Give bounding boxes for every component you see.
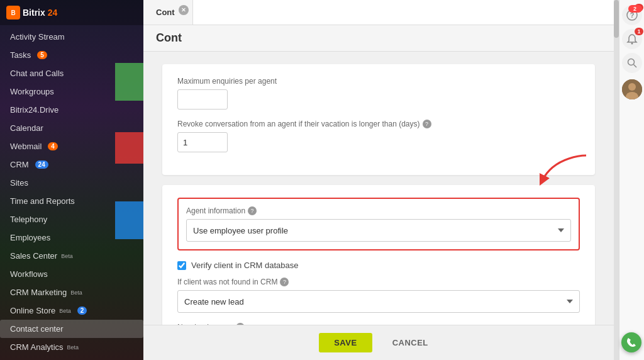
revoke-group: Revoke conversation from an agent if the… <box>177 120 580 152</box>
sidebar-item-time-reports[interactable]: Time and Reports <box>0 192 143 210</box>
notification-button[interactable]: 1 <box>622 29 642 49</box>
max-enquiries-input[interactable] <box>177 89 228 110</box>
sidebar-item-label: Online Store <box>10 306 55 315</box>
sidebar-item-label: Chat and Calls <box>10 69 64 78</box>
sidebar-item-label: Workgroups <box>10 87 54 96</box>
if-not-found-help-icon[interactable]: ? <box>280 278 289 286</box>
tab-bar: Cont ✕ <box>143 0 614 25</box>
lead-source-help-icon[interactable]: ? <box>236 323 245 325</box>
sidebar-item-telephony[interactable]: Telephony <box>0 210 143 228</box>
cancel-button[interactable]: CANCEL <box>382 333 438 352</box>
sidebar-item-paypal[interactable]: PayPal Integration <box>0 356 143 360</box>
svg-point-6 <box>628 83 636 91</box>
sidebar-item-bitrix24-drive[interactable]: Bitrix24.Drive <box>0 101 143 119</box>
settings-card-top: Maximum enquiries per agent Revoke conve… <box>162 64 595 175</box>
sidebar-item-online-store[interactable]: Online Store Beta 2 <box>0 301 143 320</box>
agent-info-dropdown[interactable]: Use employee user profile Use custom pro… <box>186 219 571 242</box>
footer-bar: SAVE CANCEL <box>143 325 614 360</box>
webmail-badge: 4 <box>48 142 58 150</box>
sidebar-item-workgroups[interactable]: Workgroups <box>0 82 143 101</box>
sidebar-item-crm[interactable]: CRM 24 <box>0 155 143 174</box>
avatar-image <box>622 79 642 99</box>
if-not-found-dropdown[interactable]: Create new lead Create new contact Do no… <box>177 290 580 313</box>
sidebar-item-activity-stream[interactable]: Activity Stream <box>0 28 143 46</box>
tab-close-button[interactable]: ✕ <box>179 5 189 15</box>
phone-icon <box>626 337 636 347</box>
sidebar-item-chat-calls[interactable]: Chat and Calls <box>0 64 143 82</box>
sidebar-nav: Activity Stream Tasks 5 Chat and Calls W… <box>0 25 143 360</box>
sidebar-item-label: Bitrix24.Drive <box>10 105 58 115</box>
right-panel: ? 2 1 <box>619 0 644 360</box>
sidebar-item-label: Employees <box>10 233 50 242</box>
notification-badge: 1 <box>635 28 643 35</box>
help-icon: ? <box>626 9 638 21</box>
sidebar-item-calendar[interactable]: Calendar <box>0 119 143 137</box>
user-avatar[interactable] <box>622 79 642 99</box>
sidebar-item-label: Time and Reports <box>10 196 75 206</box>
sidebar-item-label: Sites <box>10 178 28 188</box>
agent-info-help-icon[interactable]: ? <box>248 206 257 215</box>
sidebar-item-label: CRM <box>10 160 29 169</box>
max-enquiries-label: Maximum enquiries per agent <box>177 77 580 86</box>
tasks-badge: 5 <box>37 51 47 59</box>
sidebar: B Bitrix 24 Activity Stream Tasks 5 Chat… <box>0 0 143 360</box>
sidebar-item-label: Calendar <box>10 123 43 133</box>
sidebar-item-label: Workflows <box>10 269 48 279</box>
sidebar-item-employees[interactable]: Employees <box>0 228 143 247</box>
sidebar-item-label: Webmail <box>10 142 42 151</box>
sidebar-item-label: CRM Analytics <box>10 342 64 352</box>
revoke-help-icon[interactable]: ? <box>423 120 431 128</box>
verify-crm-label: Verify client in CRM database <box>191 261 299 270</box>
svg-point-3 <box>628 59 634 65</box>
sidebar-header: B Bitrix 24 <box>0 0 143 25</box>
search-icon <box>626 57 638 69</box>
sidebar-item-sites[interactable]: Sites <box>0 174 143 192</box>
help-badge: 2 <box>635 4 643 11</box>
sidebar-item-label: Contact center <box>10 324 64 334</box>
if-not-found-label: If client was not found in CRM ? <box>177 278 580 286</box>
lead-source-group: New lead source ? Open Channel source Ma… <box>177 323 580 325</box>
tab-label: Cont <box>156 8 175 17</box>
sidebar-item-label: Tasks <box>10 50 31 60</box>
online-store-badge: 2 <box>77 307 87 315</box>
logo-name: Bitrix <box>23 8 45 18</box>
svg-point-2 <box>631 43 633 45</box>
sidebar-item-crm-marketing[interactable]: CRM Marketing Beta <box>0 283 143 301</box>
content-title-bar: Cont <box>143 25 614 52</box>
settings-content: Maximum enquiries per agent Revoke conve… <box>143 52 614 325</box>
verify-crm-checkbox[interactable] <box>177 261 186 270</box>
sidebar-item-contact-center[interactable]: Contact center <box>0 320 143 338</box>
sidebar-item-label: CRM Marketing <box>10 288 67 297</box>
main-area: Cont ✕ Cont Maximum enquiries per agent … <box>143 0 614 360</box>
help-button[interactable]: ? 2 <box>622 5 642 25</box>
notification-icon <box>626 33 638 45</box>
tab-cont[interactable]: Cont ✕ <box>143 0 193 25</box>
phone-fab-button[interactable] <box>621 332 641 352</box>
agent-info-label: Agent information ? <box>186 206 571 215</box>
agent-info-box: Agent information ? Use employee user pr… <box>177 198 580 250</box>
sidebar-item-workflows[interactable]: Workflows <box>0 265 143 283</box>
revoke-input[interactable] <box>177 132 228 152</box>
sidebar-item-label: Telephony <box>10 215 47 224</box>
sidebar-item-label: Activity Stream <box>10 32 65 42</box>
svg-text:?: ? <box>630 11 634 19</box>
svg-line-4 <box>633 65 636 68</box>
logo-icon: B <box>6 6 20 20</box>
sidebar-item-webmail[interactable]: Webmail 4 <box>0 137 143 155</box>
search-button[interactable] <box>622 53 642 73</box>
scrollbar-thumb[interactable] <box>614 0 619 38</box>
sidebar-item-tasks[interactable]: Tasks 5 <box>0 46 143 64</box>
crm-badge: 24 <box>35 160 48 169</box>
sidebar-item-label: Sales Center <box>10 251 57 261</box>
lead-source-label: New lead source ? <box>177 323 580 325</box>
save-button[interactable]: SAVE <box>319 333 372 352</box>
logo-version: 24 <box>48 8 58 18</box>
app-logo[interactable]: B Bitrix 24 <box>6 6 57 20</box>
page-title: Cont <box>156 31 182 44</box>
revoke-label: Revoke conversation from an agent if the… <box>177 120 580 128</box>
sidebar-item-crm-analytics[interactable]: CRM Analytics Beta <box>0 338 143 356</box>
if-not-found-group: If client was not found in CRM ? Create … <box>177 278 580 313</box>
scrollbar-track[interactable] <box>614 0 619 360</box>
settings-card-agent: Agent information ? Use employee user pr… <box>162 185 595 325</box>
sidebar-item-sales-center[interactable]: Sales Center Beta <box>0 247 143 265</box>
